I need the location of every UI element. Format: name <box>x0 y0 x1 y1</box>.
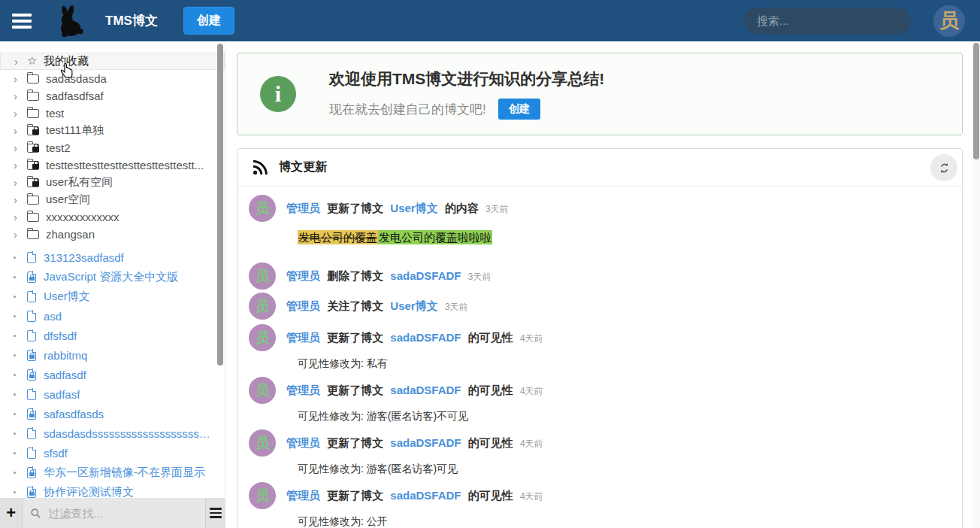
sidebar-item-favorites[interactable]: › ☆ 我的收藏 <box>0 53 225 70</box>
sidebar-doc-item[interactable]: 华东一区新增镜像-不在界面显示 <box>0 463 225 482</box>
sidebar-doc-item[interactable]: sfsdf <box>0 443 225 463</box>
sidebar-doc-item[interactable]: sadfasf <box>0 384 225 404</box>
search-box[interactable] <box>744 8 911 34</box>
actor-link[interactable]: 管理员 <box>286 489 320 502</box>
welcome-title: 欢迎使用TMS博文进行知识的分享总结! <box>329 68 604 90</box>
sidebar-menu-icon[interactable] <box>206 508 225 518</box>
sidebar-item-label: sadasdasda <box>46 72 107 85</box>
blog-link[interactable]: User博文 <box>390 202 437 214</box>
sidebar-folder-item[interactable]: › testtesttesttesttesttesttesttestt... <box>0 156 225 174</box>
sidebar-folder-item[interactable]: › sadfasdfsaf <box>0 87 225 105</box>
timestamp: 3天前 <box>485 204 509 214</box>
actor-link[interactable]: 管理员 <box>286 331 320 344</box>
sidebar-item-label: test <box>46 107 64 120</box>
locked-document-icon <box>27 408 36 420</box>
actor-link[interactable]: 管理员 <box>286 384 320 396</box>
chevron-right-icon[interactable]: › <box>14 193 26 206</box>
visibility-detail: 可见性修改为: 公开 <box>298 514 947 528</box>
actor-link[interactable]: 管理员 <box>286 299 320 312</box>
document-icon <box>27 311 36 322</box>
sidebar-folder-item[interactable]: › sadasdasda <box>0 70 225 87</box>
feed-entry: 员 管理员 删除了博文 sadaDSFADF 3天前 <box>249 262 947 290</box>
main-scrollbar-thumb[interactable] <box>973 43 979 159</box>
feed-entry: 员 管理员 更新了博文 sadaDSFADF 的可见性 4天前 可见性修改为: … <box>249 429 947 476</box>
timestamp: 3天前 <box>445 302 468 312</box>
filter-input[interactable] <box>48 507 198 520</box>
sidebar-doc-item[interactable]: 313123sadfasdf <box>0 247 225 267</box>
sidebar-folder-item[interactable]: › user空间 <box>0 191 225 208</box>
sidebar-doc-item[interactable]: 协作评论测试博文 <box>0 482 225 498</box>
blog-link[interactable]: User博文 <box>390 299 437 312</box>
timestamp: 4天前 <box>520 333 543 344</box>
chevron-right-icon[interactable]: › <box>14 90 26 102</box>
chevron-right-icon[interactable]: › <box>14 211 26 223</box>
sidebar-doc-label: rabbitmq <box>44 349 87 362</box>
sidebar-item-label: user空间 <box>46 193 90 207</box>
sidebar-doc-item[interactable]: sadfasdf <box>0 365 225 384</box>
hamburger-menu-icon[interactable] <box>12 11 32 32</box>
chevron-right-icon[interactable]: › <box>14 159 26 171</box>
feed-entry: 员 管理员 更新了博文 sadaDSFADF 的可见性 4天前 可见性修改为: … <box>249 324 947 371</box>
chevron-right-icon[interactable]: › <box>14 55 27 68</box>
sidebar-doc-item[interactable]: rabbitmq <box>0 345 225 365</box>
chevron-right-icon[interactable]: › <box>14 124 26 137</box>
sidebar-doc-label: safasdfasds <box>44 408 104 420</box>
content-diff: 发电公司的覆盖发电公司的覆盖啦啦啦 <box>298 231 947 245</box>
avatar[interactable]: 员 <box>249 262 276 290</box>
feed-entry: 员 管理员 更新了博文 User博文 的内容 3天前 发电公司的覆盖发电公司的覆… <box>249 195 947 245</box>
rabbit-logo-icon[interactable] <box>53 5 86 38</box>
search-input[interactable] <box>757 14 906 27</box>
avatar[interactable]: 员 <box>249 195 276 222</box>
chevron-right-icon[interactable]: › <box>14 107 26 120</box>
suffix-text: 的可见性 <box>468 331 513 344</box>
refresh-button[interactable] <box>930 154 957 181</box>
blog-link[interactable]: sadaDSFADF <box>390 331 461 344</box>
create-button[interactable]: 创建 <box>183 7 234 35</box>
sidebar-folder-item[interactable]: › test111单独 <box>0 122 225 139</box>
avatar[interactable]: 员 <box>249 324 276 351</box>
welcome-panel: i 欢迎使用TMS博文进行知识的分享总结! 现在就去创建自己的博文吧! 创建 <box>237 53 963 135</box>
sidebar-scrollbar[interactable] <box>217 44 223 366</box>
sidebar-folder-item[interactable]: › user私有空间 <box>0 174 225 191</box>
actor-link[interactable]: 管理员 <box>286 202 320 214</box>
sidebar-folder-item[interactable]: › xxxxxxxxxxxxx <box>0 208 225 226</box>
locked-folder-icon <box>27 144 39 153</box>
sidebar-folder-item[interactable]: › test2 <box>0 139 225 156</box>
blog-link[interactable]: sadaDSFADF <box>390 489 461 502</box>
action-text: 更新了博文 <box>327 384 383 396</box>
sidebar-doc-label: asd <box>44 310 62 323</box>
avatar[interactable]: 员 <box>249 429 276 457</box>
sidebar-doc-item[interactable]: safasdfasds <box>0 404 225 423</box>
chevron-right-icon[interactable]: › <box>14 228 26 241</box>
sidebar-item-label: testtesttesttesttesttesttesttestt... <box>46 159 204 171</box>
sidebar-item-label: sadfasdfsaf <box>46 90 104 102</box>
avatar[interactable]: 员 <box>249 482 276 509</box>
sidebar-doc-label: sadfasdf <box>44 369 86 381</box>
main-scrollbar[interactable] <box>972 41 980 528</box>
welcome-create-button[interactable]: 创建 <box>498 99 540 120</box>
sidebar-doc-item[interactable]: JavaScript 资源大全中文版 <box>0 267 225 287</box>
actor-link[interactable]: 管理员 <box>286 436 320 449</box>
sidebar-doc-item[interactable]: User博文 <box>0 287 225 306</box>
avatar[interactable]: 员 <box>249 293 276 320</box>
sidebar-doc-item[interactable]: dfsfsdf <box>0 326 225 345</box>
add-button[interactable]: + <box>0 498 22 528</box>
chevron-right-icon[interactable]: › <box>14 141 26 154</box>
avatar[interactable]: 员 <box>249 377 276 404</box>
sidebar-folder-item[interactable]: › zhangsan <box>0 226 225 243</box>
user-avatar[interactable]: 员 <box>933 5 965 37</box>
chevron-right-icon[interactable]: › <box>14 72 26 85</box>
sidebar-folder-item[interactable]: › test <box>0 105 225 122</box>
sidebar-item-label: test2 <box>46 141 71 154</box>
sidebar-doc-item[interactable]: asd <box>0 306 225 326</box>
blog-link[interactable]: sadaDSFADF <box>390 269 461 282</box>
bullet-icon <box>14 452 16 454</box>
blog-link[interactable]: sadaDSFADF <box>390 384 461 396</box>
blog-link[interactable]: sadaDSFADF <box>390 436 461 449</box>
actor-link[interactable]: 管理员 <box>286 269 320 282</box>
chevron-right-icon[interactable]: › <box>14 176 26 189</box>
document-icon <box>27 330 36 341</box>
filter-box[interactable] <box>22 498 206 528</box>
sidebar-doc-item[interactable]: sdasdasdsssssssssssssssssssss... <box>0 423 225 443</box>
suffix-text: 的可见性 <box>468 436 513 449</box>
